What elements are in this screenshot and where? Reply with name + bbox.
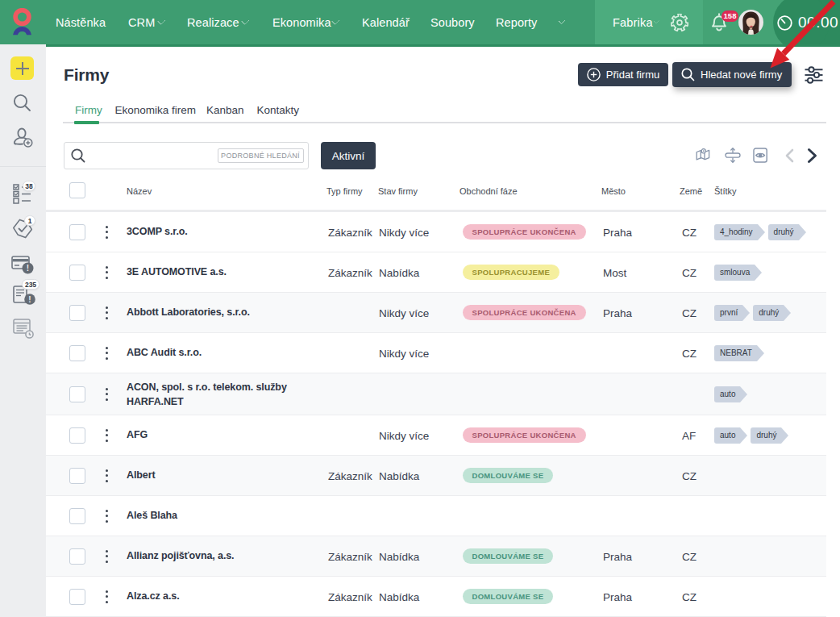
svg-text:!: ! xyxy=(27,264,29,273)
svg-text:!: ! xyxy=(28,295,31,304)
